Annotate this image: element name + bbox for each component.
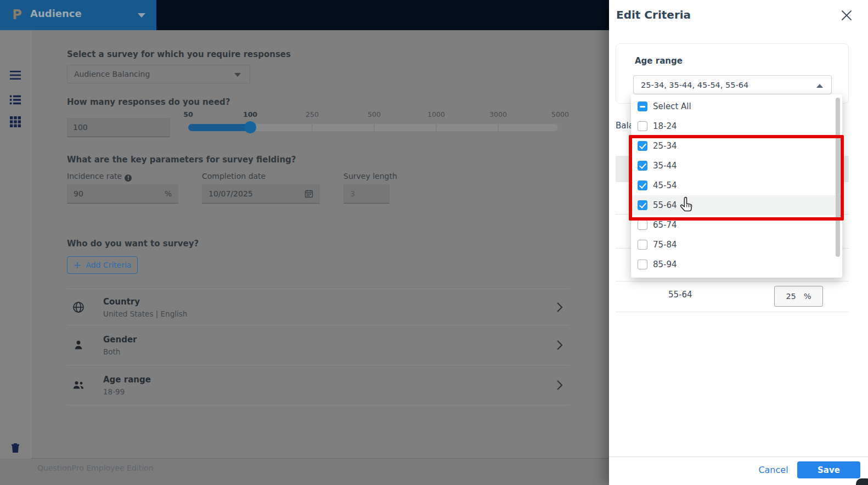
criteria-row-gender[interactable]: Gender Both: [67, 325, 570, 364]
chevron-right-icon[interactable]: [556, 302, 563, 313]
scrollbar-thumb[interactable]: [836, 98, 840, 257]
chevron-down-icon: [138, 13, 145, 18]
panel-title: Edit Criteria: [616, 8, 691, 21]
slider-tick: 100: [243, 110, 257, 119]
chevron-down-icon: [234, 73, 241, 77]
product-switcher[interactable]: P Audience: [0, 0, 156, 30]
hamburger-menu-icon[interactable]: [9, 69, 21, 81]
dropdown-option-18-24[interactable]: 18-24: [631, 116, 842, 136]
percent-unit: %: [804, 292, 811, 301]
checkbox[interactable]: [638, 141, 647, 151]
save-button[interactable]: Save: [797, 461, 860, 478]
criteria-title: Country: [103, 296, 187, 306]
dropdown-option-55-64[interactable]: 55-64: [631, 195, 842, 215]
person-icon: [72, 339, 84, 351]
divider: [616, 281, 849, 281]
info-icon[interactable]: !: [125, 174, 132, 182]
survey-select-value: Audience Balancing: [74, 70, 150, 78]
checkbox[interactable]: [638, 260, 647, 269]
criteria-row-country[interactable]: Country United States | English: [67, 289, 570, 325]
screen: P Audience Select: [0, 0, 868, 485]
slider-segment[interactable]: [499, 124, 558, 131]
completion-label: Completion date: [202, 172, 266, 181]
criteria-subtitle: 18-99: [103, 387, 151, 396]
criteria-title: Gender: [103, 334, 137, 344]
length-label: Survey length: [343, 172, 397, 181]
chevron-right-icon[interactable]: [556, 380, 563, 391]
cancel-button[interactable]: Cancel: [753, 461, 794, 478]
checkbox[interactable]: [638, 161, 647, 171]
criteria-title: Age range: [103, 374, 151, 384]
incidence-label: Incidence rate!: [67, 172, 132, 182]
survey-question: Select a survey for which you require re…: [67, 49, 291, 59]
balancing-row-label: 55-64: [668, 290, 692, 300]
incidence-input[interactable]: 90 %: [67, 184, 178, 204]
divider: [67, 405, 570, 405]
percentage-input[interactable]: 25 %: [774, 286, 823, 307]
product-name: Audience: [30, 8, 82, 19]
divider: [616, 312, 849, 312]
checkbox[interactable]: [638, 200, 647, 210]
age-range-multiselect[interactable]: 25-34, 35-44, 45-54, 55-64: [633, 75, 832, 94]
edition-label: QuestionPro Employee Edition: [37, 464, 154, 472]
audience-question: Who do you want to survey?: [67, 239, 199, 249]
people-icon: [72, 379, 84, 391]
close-icon[interactable]: [841, 9, 853, 21]
slider-segment[interactable]: [251, 124, 312, 131]
checkbox[interactable]: [638, 121, 647, 131]
checkbox[interactable]: [638, 240, 647, 250]
dropdown-option-85-94[interactable]: 85-94: [631, 255, 842, 274]
criteria-subtitle: Both: [103, 347, 137, 356]
slider-tick: 50: [183, 110, 193, 119]
slider-segment[interactable]: [437, 124, 498, 131]
panel-footer-divider: [609, 456, 868, 457]
slider-tick: 1000: [427, 110, 445, 119]
checkbox[interactable]: [638, 220, 647, 230]
responses-input[interactable]: 100: [67, 118, 170, 137]
survey-select[interactable]: Audience Balancing: [67, 65, 250, 83]
age-range-select-value: 25-34, 35-44, 45-54, 55-64: [641, 81, 748, 89]
age-range-label: Age range: [635, 56, 683, 66]
slider-tick: 5000: [551, 110, 569, 119]
percent-suffix: %: [165, 189, 172, 198]
main-area-dimmed: P Audience Select: [0, 0, 609, 485]
responses-question: How many responses do you need?: [67, 97, 230, 107]
footer-bar: QuestionPro Employee Edition: [0, 459, 609, 485]
criteria-subtitle: United States | English: [103, 309, 187, 318]
slider-thumb[interactable]: [244, 121, 256, 133]
chevron-right-icon[interactable]: [556, 340, 563, 351]
checkbox[interactable]: [638, 101, 647, 111]
checkbox[interactable]: [638, 181, 647, 190]
slider-segment-filled[interactable]: [188, 124, 250, 131]
completion-date-input[interactable]: 10/07/2025: [202, 184, 320, 204]
list-view-icon[interactable]: [9, 94, 21, 106]
dropdown-option-35-44[interactable]: 35-44: [631, 156, 842, 176]
trash-icon[interactable]: [9, 442, 21, 454]
slider-segment[interactable]: [375, 124, 436, 131]
slider-tick: 3000: [489, 110, 507, 119]
age-range-dropdown: Select All 18-24 25-34 35-44 45-54 55-64: [631, 94, 842, 278]
grid-view-icon[interactable]: [9, 116, 21, 128]
dropdown-option-25-34[interactable]: 25-34: [631, 136, 842, 156]
globe-icon: [72, 301, 84, 313]
chevron-up-icon: [816, 84, 823, 88]
add-criteria-button[interactable]: + Add Criteria: [67, 256, 138, 274]
parameters-question: What are the key parameters for survey f…: [67, 155, 296, 165]
criteria-row-age-range[interactable]: Age range 18-99: [67, 365, 570, 404]
plus-icon: +: [73, 259, 81, 270]
questionpro-logo-icon: P: [9, 7, 25, 22]
slider-tick: 250: [306, 110, 319, 119]
dropdown-option-45-54[interactable]: 45-54: [631, 176, 842, 195]
dropdown-option-select-all[interactable]: Select All: [631, 97, 842, 116]
calendar-icon[interactable]: [305, 189, 313, 198]
slider-segment[interactable]: [313, 124, 374, 131]
slider-tick: 500: [368, 110, 381, 119]
top-bar: P Audience: [0, 0, 609, 30]
dropdown-option-65-74[interactable]: 65-74: [631, 215, 842, 235]
survey-length-input[interactable]: 3: [343, 184, 390, 204]
dropdown-option-75-84[interactable]: 75-84: [631, 235, 842, 255]
corner-widget: [856, 478, 868, 485]
edit-criteria-panel: Edit Criteria Age range 25-34, 35-44, 45…: [609, 0, 868, 485]
left-sidebar: [0, 30, 31, 485]
